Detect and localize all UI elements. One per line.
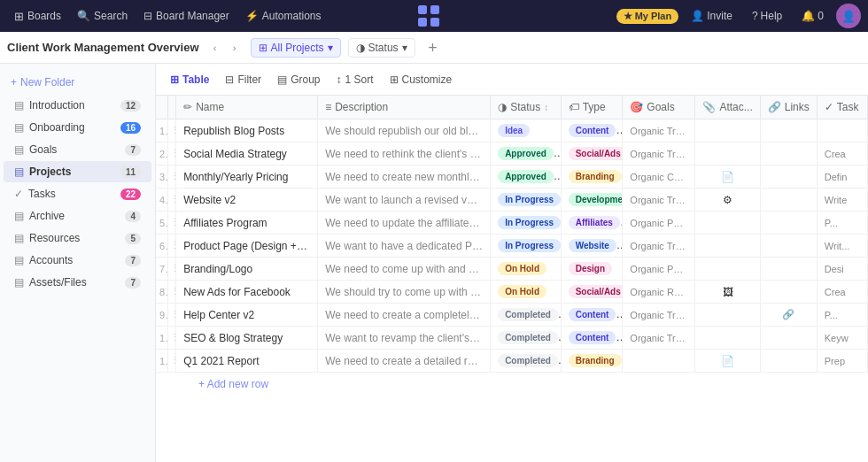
row-status[interactable]: On Hold bbox=[491, 258, 562, 281]
col-header-name[interactable]: ✏ Name bbox=[176, 96, 318, 119]
row-type[interactable]: Content bbox=[561, 327, 623, 350]
col-header-links[interactable]: 🔗 Links bbox=[760, 96, 817, 119]
row-status[interactable]: Idea bbox=[491, 119, 562, 142]
row-name[interactable]: Affiliates Program bbox=[176, 212, 318, 235]
board-manager-nav[interactable]: ⊟ Board Manager bbox=[136, 6, 236, 26]
row-status[interactable]: In Progress bbox=[491, 212, 562, 235]
row-status[interactable]: On Hold bbox=[491, 281, 562, 304]
search-nav[interactable]: 🔍 Search bbox=[70, 6, 135, 26]
help-icon: ? bbox=[752, 10, 758, 22]
row-name[interactable]: Branding/Logo bbox=[176, 258, 318, 281]
add-view-btn[interactable]: + bbox=[422, 37, 444, 58]
row-name[interactable]: SEO & Blog Strategy bbox=[176, 327, 318, 350]
table-view-btn[interactable]: ⊞ Table bbox=[163, 70, 216, 89]
table-row[interactable]: 8 ⋮ New Ads for Facebook We should try t… bbox=[156, 281, 868, 304]
row-type[interactable]: Content bbox=[561, 304, 623, 327]
filter-btn[interactable]: ⊟ Filter bbox=[218, 70, 268, 89]
table-row[interactable]: 4 ⋮ Website v2 We want to launch a revis… bbox=[156, 189, 868, 212]
tasks-icon: ✓ bbox=[14, 188, 23, 200]
row-name[interactable]: Website v2 bbox=[176, 189, 318, 212]
sidebar-item-resources[interactable]: ▤ Resources 5 bbox=[4, 227, 151, 249]
notifications-btn[interactable]: 🔔 0 bbox=[794, 7, 831, 25]
group-btn[interactable]: ▤ Group bbox=[270, 70, 327, 89]
sidebar-item-archive[interactable]: ▤ Archive 4 bbox=[4, 205, 151, 227]
boards-nav[interactable]: ⊞ Boards bbox=[7, 6, 68, 27]
sidebar-item-assets[interactable]: ▤ Assets/Files 7 bbox=[4, 272, 151, 293]
new-folder-btn[interactable]: + New Folder bbox=[0, 71, 155, 94]
table-row[interactable]: 5 ⋮ Affiliates Program We need to update… bbox=[156, 212, 868, 235]
invite-btn[interactable]: 👤 Invite bbox=[684, 7, 740, 25]
add-row-btn[interactable]: + Add new row bbox=[156, 373, 868, 396]
table-row[interactable]: 2 ⋮ Social Media Strategy We need to ret… bbox=[156, 142, 868, 166]
row-type[interactable]: Content bbox=[561, 119, 623, 142]
row-handle: ⋮ bbox=[168, 281, 176, 304]
all-projects-btn[interactable]: ⊞ All Projects ▾ bbox=[251, 38, 341, 58]
chevron-down-icon2: ▾ bbox=[402, 42, 407, 54]
sidebar-item-tasks[interactable]: ✓ Tasks 22 bbox=[4, 183, 151, 204]
sidebar-item-goals[interactable]: ▤ Goals 7 bbox=[4, 139, 151, 160]
row-name[interactable]: New Ads for Facebook bbox=[176, 281, 318, 304]
row-name[interactable]: Q1 2021 Report bbox=[176, 350, 318, 373]
row-description: We want to have a dedicated Product P bbox=[318, 235, 491, 258]
row-type[interactable]: Social/Ads bbox=[561, 142, 623, 166]
row-name[interactable]: Monthly/Yearly Pricing bbox=[176, 166, 318, 189]
row-tasks: Desi bbox=[817, 258, 867, 281]
row-status[interactable]: In Progress bbox=[491, 189, 562, 212]
row-goals: Organic Traffic >... bbox=[623, 327, 695, 350]
help-btn[interactable]: ? Help bbox=[745, 7, 789, 25]
customize-icon: ⊞ bbox=[390, 73, 399, 86]
sidebar-item-projects[interactable]: ▤ Projects 11 bbox=[4, 161, 151, 182]
row-status[interactable]: In Progress bbox=[491, 235, 562, 258]
sort-btn[interactable]: ↕ 1 Sort bbox=[329, 70, 380, 89]
row-status[interactable]: Approved bbox=[491, 166, 562, 189]
row-status[interactable]: Completed bbox=[491, 304, 562, 327]
row-type[interactable]: Social/Ads bbox=[561, 281, 623, 304]
row-name[interactable]: Product Page (Design + Dev) bbox=[176, 235, 318, 258]
customize-btn[interactable]: ⊞ Customize bbox=[383, 70, 460, 89]
automations-nav[interactable]: ⚡ Automations bbox=[238, 6, 329, 26]
table-row[interactable]: 9 ⋮ Help Center v2 We need to create a c… bbox=[156, 304, 868, 327]
avatar[interactable]: 👤 bbox=[836, 4, 861, 28]
row-handle: ⋮ bbox=[168, 189, 176, 212]
table-row[interactable]: 7 ⋮ Branding/Logo We need to come up wit… bbox=[156, 258, 868, 281]
row-num: 5 bbox=[156, 212, 168, 235]
search-icon: 🔍 bbox=[77, 10, 90, 22]
col-header-goals[interactable]: 🎯 Goals bbox=[623, 96, 695, 119]
sidebar-item-introduction[interactable]: ▤ Introduction 12 bbox=[4, 95, 151, 116]
sort-status-icon: ↕ bbox=[544, 103, 548, 112]
table-row[interactable]: 6 ⋮ Product Page (Design + Dev) We want … bbox=[156, 235, 868, 258]
col-header-tasks[interactable]: ✓ Task bbox=[817, 96, 867, 119]
sidebar-item-onboarding[interactable]: ▤ Onboarding 16 bbox=[4, 117, 151, 138]
table-row[interactable]: 11 ⋮ Q1 2021 Report We need to create a … bbox=[156, 350, 868, 373]
col-header-status[interactable]: ◑ Status ↕ bbox=[491, 96, 562, 119]
sidebar-item-accounts[interactable]: ▤ Accounts 7 bbox=[4, 250, 151, 271]
row-name[interactable]: Republish Blog Posts bbox=[176, 119, 318, 142]
row-handle: ⋮ bbox=[168, 327, 176, 350]
row-type[interactable]: Branding bbox=[561, 166, 623, 189]
col-header-type[interactable]: 🏷 Type bbox=[561, 96, 623, 119]
row-type[interactable]: Website bbox=[561, 235, 623, 258]
row-name[interactable]: Social Media Strategy bbox=[176, 142, 318, 166]
table-row[interactable]: 1 ⋮ Republish Blog Posts We should repub… bbox=[156, 119, 868, 142]
row-type[interactable]: Affiliates bbox=[561, 212, 623, 235]
table-row[interactable]: 10 ⋮ SEO & Blog Strategy We want to reva… bbox=[156, 327, 868, 350]
row-name[interactable]: Help Center v2 bbox=[176, 304, 318, 327]
nav-back-btn[interactable]: ‹ bbox=[206, 39, 224, 57]
row-status[interactable]: Completed bbox=[491, 327, 562, 350]
col-header-attachments[interactable]: 📎 Attac... bbox=[695, 96, 760, 119]
sidebar: + New Folder ▤ Introduction 12 ▤ Onboard… bbox=[0, 64, 156, 462]
status-filter-btn[interactable]: ◑ Status ▾ bbox=[348, 38, 415, 58]
nav-forward-btn[interactable]: › bbox=[226, 39, 244, 57]
row-status[interactable]: Completed bbox=[491, 350, 562, 373]
col-header-description[interactable]: ≡ Description bbox=[318, 96, 491, 119]
table-row[interactable]: 3 ⋮ Monthly/Yearly Pricing We need to cr… bbox=[156, 166, 868, 189]
plan-badge[interactable]: ★ My Plan bbox=[616, 9, 679, 24]
row-description: We need to update the affiliates progra bbox=[318, 212, 491, 235]
row-type[interactable]: Development bbox=[561, 189, 623, 212]
row-status[interactable]: Approved bbox=[491, 142, 562, 166]
sidebar-badge: 5 bbox=[125, 233, 141, 244]
second-bar: Client Work Management Overview ‹ › ⊞ Al… bbox=[0, 32, 868, 64]
row-type[interactable]: Branding bbox=[561, 350, 623, 373]
folder-icon: ▤ bbox=[14, 166, 24, 178]
row-type[interactable]: Design bbox=[561, 258, 623, 281]
